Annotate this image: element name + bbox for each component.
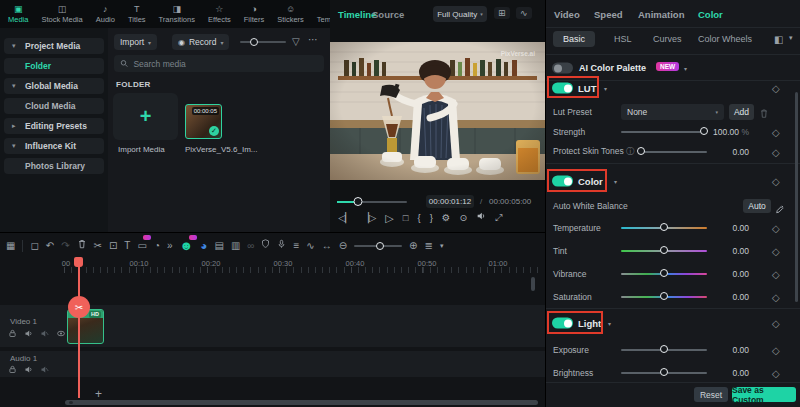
slider-handle[interactable] — [660, 269, 668, 277]
undo-icon[interactable]: ↶ — [46, 238, 54, 254]
mark-in-icon[interactable]: { — [417, 211, 420, 225]
stop-icon[interactable]: □ — [403, 211, 409, 225]
tab-animation[interactable]: Animation — [638, 9, 684, 20]
slider-handle[interactable] — [637, 147, 645, 155]
progress-handle[interactable] — [354, 197, 363, 206]
microphone-icon[interactable] — [277, 238, 286, 255]
subtab-curves[interactable]: Curves — [653, 34, 682, 44]
quality-dropdown[interactable]: Full Quality ▾ — [433, 6, 487, 22]
tab-stock-media[interactable]: ◫ Stock Media — [41, 4, 82, 24]
export-clip-icon[interactable]: ▥ — [231, 238, 240, 254]
subtab-hsl[interactable]: HSL — [614, 34, 632, 44]
split-icon[interactable]: ✂ — [94, 238, 102, 254]
tab-video[interactable]: Video — [554, 9, 580, 20]
keyframe-icon[interactable]: ◇ — [772, 176, 780, 187]
sidebar-item-influence-kit[interactable]: ▾ Influence Kit — [4, 138, 104, 154]
playhead-line[interactable] — [78, 257, 80, 398]
speed-clock-icon[interactable]: ◔ — [154, 238, 160, 254]
lock-icon[interactable] — [8, 365, 17, 374]
lut-toggle[interactable] — [552, 83, 573, 94]
slider-handle[interactable] — [660, 368, 668, 376]
sidebar-item-global-media[interactable]: ▾ Global Media — [4, 78, 104, 94]
slider-handle[interactable] — [250, 38, 258, 46]
brightness-slider[interactable] — [621, 368, 707, 378]
delete-icon[interactable] — [77, 238, 87, 255]
strength-slider[interactable] — [621, 127, 707, 137]
light-toggle[interactable] — [552, 318, 573, 329]
import-button[interactable]: Import ▾ — [114, 34, 157, 50]
keyframe-icon[interactable]: ◇ — [772, 269, 780, 280]
exposure-slider[interactable] — [621, 345, 707, 355]
add-lut-button[interactable]: Add — [729, 104, 754, 120]
cut-scissors-bubble[interactable]: ✂ — [68, 296, 90, 318]
tab-titles[interactable]: T Titles — [128, 4, 146, 24]
tab-filters[interactable]: ◑ Filters — [244, 4, 264, 24]
video-viewport[interactable]: PixVerse.ai — [330, 42, 545, 180]
subtab-basic[interactable]: Basic — [553, 31, 595, 47]
fullscreen-icon[interactable]: ⤢ — [495, 211, 503, 225]
slider-handle[interactable] — [700, 127, 708, 135]
search-bar[interactable] — [114, 55, 324, 72]
lock-icon[interactable] — [8, 329, 17, 338]
zoom-out-icon[interactable]: ⊖ — [339, 238, 347, 254]
vibrance-slider[interactable] — [621, 269, 707, 279]
color-toggle[interactable] — [552, 176, 573, 187]
keyframe-icon[interactable]: ◇ — [772, 318, 780, 329]
keyframe-icon[interactable]: ◇ — [772, 83, 780, 94]
text-tool-icon[interactable]: T — [124, 238, 130, 254]
import-media-tile[interactable]: + — [113, 93, 178, 140]
eyedropper-icon[interactable] — [775, 200, 785, 218]
manage-tracks-icon[interactable]: ▦ — [6, 238, 15, 254]
chevron-down-icon[interactable]: ▾ — [789, 34, 793, 42]
inspector-scrollbar[interactable] — [795, 92, 798, 302]
audio-mixer-icon[interactable]: ≡ — [293, 238, 299, 254]
search-input[interactable] — [133, 59, 318, 69]
saturation-slider[interactable] — [621, 292, 707, 302]
chevron-down-icon[interactable]: ▾ — [614, 178, 617, 185]
save-as-custom-button[interactable]: Save as Custom — [732, 387, 796, 402]
sidebar-item-folder[interactable]: Folder — [4, 58, 104, 74]
slider-handle[interactable] — [660, 246, 668, 254]
add-track-button[interactable]: + — [95, 387, 102, 401]
tab-effects[interactable]: ☆ Effects — [208, 4, 231, 24]
ai-assistant-icon[interactable]: ☻ — [180, 238, 194, 254]
track-height-icon[interactable]: ≣ — [425, 238, 433, 254]
delete-lut-icon[interactable] — [759, 105, 769, 123]
sidebar-item-project-media[interactable]: ▾ Project Media — [4, 38, 104, 54]
previous-frame-icon[interactable]: ◁▏ — [338, 211, 353, 225]
lut-preset-dropdown[interactable]: None ▾ — [621, 104, 724, 120]
auto-white-balance-button[interactable]: Auto — [743, 199, 771, 213]
tab-color[interactable]: Color — [698, 9, 723, 20]
chevron-down-icon[interactable]: ▾ — [440, 238, 444, 254]
link-icon[interactable]: ∞ — [247, 238, 254, 254]
chevron-down-icon[interactable]: ▾ — [608, 320, 611, 327]
mute-icon[interactable] — [40, 365, 49, 374]
next-frame-icon[interactable]: ▕▷ — [362, 211, 377, 225]
volume-icon[interactable] — [476, 211, 486, 225]
subtab-color-wheels[interactable]: Color Wheels — [698, 34, 752, 44]
protect-skin-tones-slider[interactable] — [638, 147, 707, 157]
keyframe-icon[interactable]: ◇ — [772, 345, 780, 356]
keyframe-icon[interactable]: ◇ — [772, 368, 780, 379]
play-icon[interactable]: ▷ — [385, 211, 393, 225]
more-options-icon[interactable]: ⋯ — [308, 34, 318, 45]
slider-handle[interactable] — [660, 345, 668, 353]
reset-button[interactable]: Reset — [694, 387, 728, 402]
layout-grid-icon[interactable]: ⊞ — [494, 7, 510, 19]
select-tool-icon[interactable]: ◻ — [30, 238, 38, 254]
timeline-zoom-slider[interactable] — [354, 245, 402, 247]
record-button[interactable]: ◉ Record ▾ — [172, 34, 229, 50]
tint-slider[interactable] — [621, 246, 707, 256]
mark-out-icon[interactable]: } — [430, 211, 433, 225]
tab-source-preview[interactable]: Source — [372, 9, 404, 20]
tab-media[interactable]: ▣ Media — [8, 4, 28, 24]
scopes-icon[interactable]: ∿ — [516, 7, 532, 19]
shield-icon[interactable] — [261, 238, 270, 254]
export-frame-icon[interactable]: ▤ — [214, 238, 223, 254]
visibility-eye-icon[interactable] — [56, 329, 66, 338]
keyframe-icon[interactable]: ◇ — [772, 127, 780, 138]
tab-transitions[interactable]: ◨ Transitions — [159, 4, 195, 24]
sidebar-item-photos-library[interactable]: Photos Library — [4, 158, 104, 174]
more-tools-icon[interactable]: » — [167, 238, 173, 254]
redo-icon[interactable]: ↷ — [61, 238, 69, 254]
